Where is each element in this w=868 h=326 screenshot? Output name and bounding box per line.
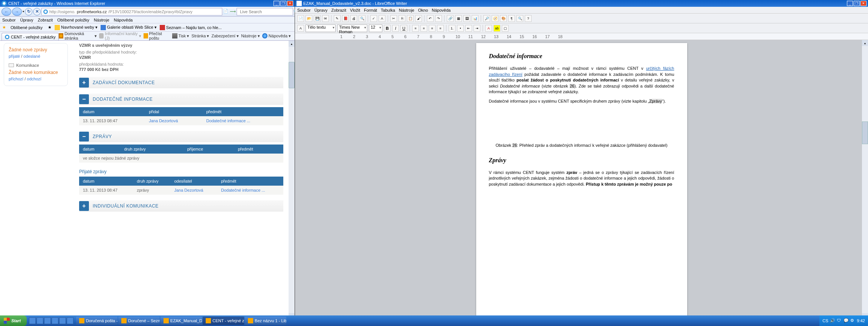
task-ezak-doc[interactable]: EZAK_Manual_Dodav... (160, 317, 202, 325)
ql-icon-4[interactable] (52, 317, 58, 324)
search-input[interactable] (240, 9, 292, 14)
help2-icon[interactable]: ? (525, 15, 532, 22)
align-center-icon[interactable]: ≡ (420, 25, 427, 32)
collapse-additional-button[interactable]: − (79, 94, 89, 104)
paste-icon[interactable]: 📋 (407, 15, 414, 22)
cmd-feeds[interactable]: Informační kanály (J) ▾ (99, 31, 141, 40)
tab-cent[interactable]: CENT - veřejné zakázky (2, 33, 59, 40)
cmd-safety[interactable]: Zabezpečení ▾ (211, 34, 239, 38)
lo-menu-insert[interactable]: Vložit (350, 8, 360, 12)
lo-close-button[interactable]: ✕ (860, 1, 866, 6)
email-icon[interactable]: ✉ (322, 15, 329, 22)
maximize-button[interactable]: ❐ (280, 1, 286, 6)
lo-restore-button[interactable]: ❐ (854, 1, 860, 6)
styles-icon[interactable]: A (297, 25, 304, 32)
gallery-icon[interactable]: 🎨 (500, 15, 507, 22)
lo-ruler[interactable]: 123456789101112131415161718 (295, 33, 868, 40)
tray-icon-2[interactable]: 🛡 (837, 318, 842, 323)
lo-menu-help[interactable]: Nápověda (432, 8, 451, 12)
cmd-tools[interactable]: Nástroje ▾ (241, 34, 260, 38)
nonprint-icon[interactable]: ¶ (508, 15, 515, 22)
lo-page[interactable]: Dodatečné informace Přihlášení uživatelé… (476, 43, 687, 316)
link-outgoing[interactable]: odchozí (27, 77, 41, 81)
favorites-star-icon[interactable]: ★ (2, 25, 8, 30)
expand-individual-button[interactable]: + (79, 201, 89, 211)
menu-edit[interactable]: Úpravy (20, 18, 33, 22)
bg-color-icon[interactable]: ▢ (502, 25, 509, 32)
link-incoming[interactable]: příchozí (9, 77, 23, 81)
font-size-combo[interactable]: 12 (369, 25, 382, 32)
align-right-icon[interactable]: ≡ (429, 25, 436, 32)
cmd-help[interactable]: Nápověda ▾ (262, 33, 291, 38)
format-paint-icon[interactable]: 🖌 (415, 15, 422, 22)
zoom-icon[interactable]: 🔍 (517, 15, 523, 22)
autospell-icon[interactable]: A (379, 15, 385, 22)
align-justify-icon[interactable]: ≡ (437, 25, 444, 32)
save-icon[interactable]: 💾 (314, 15, 321, 22)
redo-icon[interactable]: ↷ (435, 15, 442, 22)
lo-menu-tools[interactable]: Nástroje (399, 8, 414, 12)
taskbar-clock[interactable]: 9:42 (857, 318, 865, 323)
edit-icon[interactable]: ✎ (334, 15, 341, 22)
ql-icon-6[interactable] (67, 317, 73, 324)
ie-scrollbar[interactable]: ▴ ▾ (289, 41, 295, 319)
find-icon[interactable]: 🔎 (483, 15, 490, 22)
ql-icon-5[interactable] (59, 317, 66, 324)
cut-icon[interactable]: ✂ (390, 15, 397, 22)
para-style-combo[interactable]: Tělo textu (306, 25, 336, 32)
print-icon[interactable]: 🖨 (350, 15, 357, 22)
ql-icon-2[interactable] (37, 317, 43, 324)
table-row[interactable]: 13. 11. 2013 08:47Jana DezortováDodatečn… (79, 116, 283, 126)
menu-favorites[interactable]: Oblíbené položky (57, 18, 89, 22)
lo-document-area[interactable]: Dodatečné informace Přihlášení uživatelé… (295, 40, 868, 319)
indent-inc-icon[interactable]: ⇥ (474, 25, 480, 32)
lo-menu-format[interactable]: Formát (364, 8, 377, 12)
refresh-button[interactable]: ↻ (25, 8, 32, 15)
bold-icon[interactable]: B (384, 25, 391, 32)
lo-scroll-up-icon[interactable]: ▴ (862, 40, 868, 46)
link-sender[interactable]: Jana Dezortová (174, 188, 203, 192)
menu-view[interactable]: Zobrazit (38, 18, 53, 22)
link-sent[interactable]: odeslané (23, 54, 40, 58)
lang-indicator[interactable]: CS (822, 318, 828, 323)
indent-dec-icon[interactable]: ⇤ (465, 25, 472, 32)
align-left-icon[interactable]: ≡ (412, 25, 419, 32)
link-subject[interactable]: Dodatečné informace ... (206, 118, 250, 123)
minimize-button[interactable]: _ (274, 1, 280, 6)
menu-tools[interactable]: Nástroje (94, 18, 109, 22)
font-name-combo[interactable]: Times New Roman (337, 25, 367, 32)
preview-icon[interactable]: 🔍 (359, 15, 365, 22)
undo-icon[interactable]: ↶ (427, 15, 434, 22)
ql-icon-1[interactable] (29, 317, 36, 324)
lo-menu-view[interactable]: Zobrazit (331, 8, 346, 12)
hyperlink-icon[interactable]: 🔗 (447, 15, 454, 22)
image-icon[interactable]: 🖼 (463, 15, 470, 22)
task-outlook[interactable]: Doručená pošta - Out... (76, 317, 118, 325)
cmd-mail[interactable]: Přečíst poštu (144, 31, 170, 40)
tray-icon-1[interactable]: 🔊 (830, 318, 835, 323)
open-icon[interactable]: 📂 (306, 15, 312, 22)
table-row[interactable]: 13. 11. 2013 08:47zprávyJana DezortováDo… (79, 186, 283, 195)
lo-menu-window[interactable]: Okno (418, 8, 428, 12)
cmd-page[interactable]: Stránka ▾ (191, 34, 209, 38)
table-icon[interactable]: ▦ (455, 15, 462, 22)
back-button[interactable]: ← (2, 8, 11, 16)
collapse-messages-button[interactable]: − (79, 132, 89, 141)
add-favorite-icon[interactable]: ★ (48, 25, 52, 30)
forward-button[interactable]: → (12, 8, 22, 16)
ql-icon-3[interactable] (44, 317, 51, 324)
chart-icon[interactable]: 📊 (472, 15, 478, 22)
font-color-icon[interactable]: A (485, 25, 492, 32)
navigator-icon[interactable]: 🧭 (492, 15, 498, 22)
scroll-thumb[interactable] (289, 62, 295, 88)
menu-file[interactable]: Soubor (2, 18, 15, 22)
lo-minimize-button[interactable]: _ (847, 1, 853, 6)
lo-scrollbar[interactable]: ▴ ▾ (862, 40, 868, 319)
lo-menu-file[interactable]: Soubor (297, 8, 310, 12)
link-received[interactable]: přijaté (9, 54, 20, 58)
start-button[interactable]: Start (0, 315, 27, 326)
spellcheck-icon[interactable]: ✓ (370, 15, 377, 22)
tray-icon-3[interactable]: 💬 (844, 318, 849, 323)
task-untitled[interactable]: Bez názvu 1 - LibreO... (245, 317, 286, 325)
underline-icon[interactable]: U (400, 25, 407, 32)
